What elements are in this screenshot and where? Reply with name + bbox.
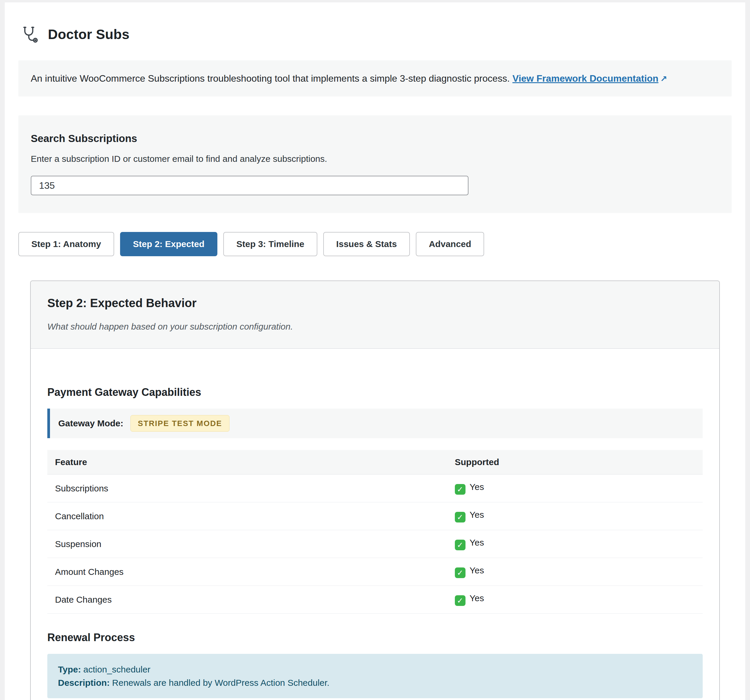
- check-icon: ✓: [455, 595, 466, 606]
- feature-cell: Date Changes: [47, 586, 447, 614]
- tab-issues-stats[interactable]: Issues & Stats: [323, 232, 410, 256]
- supported-cell: ✓Yes: [447, 586, 703, 614]
- supported-value: Yes: [470, 565, 484, 575]
- table-row: Date Changes ✓Yes: [47, 586, 703, 614]
- tab-step-2-expected[interactable]: Step 2: Expected: [120, 232, 218, 256]
- external-link-icon: ↗: [660, 74, 667, 83]
- panel-body: Payment Gateway Capabilities Gateway Mod…: [31, 349, 719, 700]
- renewal-description-line: Description:Renewals are handled by Word…: [58, 676, 692, 689]
- tab-bar: Step 1: Anatomy Step 2: Expected Step 3:…: [18, 232, 732, 256]
- check-icon: ✓: [455, 484, 466, 495]
- supported-column-header: Supported: [447, 450, 703, 475]
- tab-step-1-anatomy[interactable]: Step 1: Anatomy: [18, 232, 114, 256]
- step2-panel: Step 2: Expected Behavior What should ha…: [30, 280, 720, 700]
- gateway-mode-bar: Gateway Mode: STRIPE TEST MODE: [47, 409, 703, 438]
- table-row: Suspension ✓Yes: [47, 530, 703, 558]
- supported-value: Yes: [470, 593, 484, 603]
- renewal-process-heading: Renewal Process: [47, 631, 703, 644]
- feature-cell: Amount Changes: [47, 558, 447, 586]
- framework-docs-link-label: View Framework Documentation: [513, 73, 659, 84]
- panel-header: Step 2: Expected Behavior What should ha…: [31, 281, 719, 349]
- supported-value: Yes: [470, 482, 484, 492]
- renewal-info-box: Type:action_scheduler Description:Renewa…: [47, 654, 703, 698]
- table-row: Cancellation ✓Yes: [47, 502, 703, 530]
- page-title: Doctor Subs: [48, 26, 129, 42]
- check-icon: ✓: [455, 512, 466, 523]
- stethoscope-icon: [20, 25, 39, 44]
- check-icon: ✓: [455, 568, 466, 578]
- tab-advanced[interactable]: Advanced: [416, 232, 484, 256]
- panel-title: Step 2: Expected Behavior: [47, 297, 703, 310]
- panel-subtitle: What should happen based on your subscri…: [47, 322, 703, 332]
- renewal-description-value: Renewals are handled by WordPress Action…: [112, 678, 329, 688]
- table-row: Subscriptions ✓Yes: [47, 475, 703, 502]
- page-header: Doctor Subs: [20, 25, 732, 44]
- table-header-row: Feature Supported: [47, 450, 703, 475]
- renewal-type-label: Type:: [58, 665, 81, 674]
- supported-cell: ✓Yes: [447, 530, 703, 558]
- supported-cell: ✓Yes: [447, 502, 703, 530]
- feature-cell: Suspension: [47, 530, 447, 558]
- search-section: Search Subscriptions Enter a subscriptio…: [18, 115, 732, 213]
- table-row: Amount Changes ✓Yes: [47, 558, 703, 586]
- renewal-description-label: Description:: [58, 678, 110, 688]
- supported-value: Yes: [470, 538, 484, 547]
- gateway-mode-badge: STRIPE TEST MODE: [131, 415, 229, 432]
- framework-docs-link[interactable]: View Framework Documentation↗: [513, 73, 667, 84]
- feature-cell: Cancellation: [47, 502, 447, 530]
- search-section-description: Enter a subscription ID or customer emai…: [31, 154, 719, 164]
- gateway-capabilities-heading: Payment Gateway Capabilities: [47, 386, 703, 398]
- feature-column-header: Feature: [47, 450, 447, 475]
- supported-value: Yes: [470, 510, 484, 520]
- supported-cell: ✓Yes: [447, 558, 703, 586]
- plugin-page: Doctor Subs An intuitive WooCommerce Sub…: [5, 2, 745, 700]
- check-icon: ✓: [455, 540, 466, 550]
- renewal-type-value: action_scheduler: [83, 665, 151, 674]
- renewal-type-line: Type:action_scheduler: [58, 663, 692, 676]
- intro-text: An intuitive WooCommerce Subscriptions t…: [31, 73, 510, 84]
- supported-cell: ✓Yes: [447, 475, 703, 502]
- subscription-search-input[interactable]: [31, 176, 469, 195]
- search-section-title: Search Subscriptions: [31, 132, 719, 145]
- capabilities-table: Feature Supported Subscriptions ✓Yes Can…: [47, 450, 703, 614]
- gateway-mode-label: Gateway Mode:: [58, 418, 123, 428]
- intro-notice: An intuitive WooCommerce Subscriptions t…: [18, 60, 732, 97]
- feature-cell: Subscriptions: [47, 475, 447, 502]
- tab-step-3-timeline[interactable]: Step 3: Timeline: [223, 232, 317, 256]
